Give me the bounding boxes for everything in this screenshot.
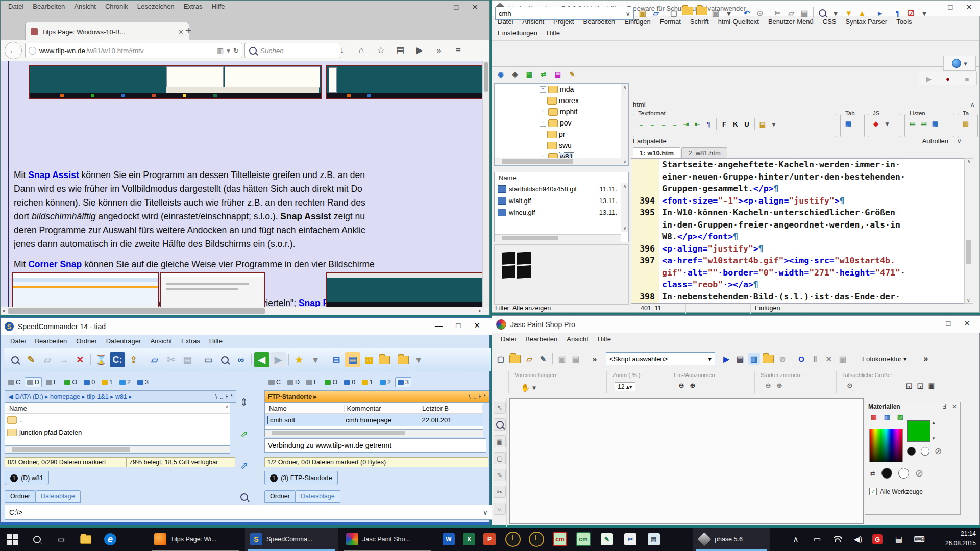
color-picker[interactable] xyxy=(869,429,903,462)
powerpoint-icon[interactable]: P xyxy=(479,528,500,551)
expand-plus-icon[interactable]: + xyxy=(540,86,546,93)
menu-phase-einstellungen[interactable]: Einstellungen xyxy=(493,28,542,38)
search-input[interactable]: Suchen xyxy=(244,43,340,58)
edge-icon[interactable]: e xyxy=(98,528,122,551)
gradient-icon[interactable]: ▥ xyxy=(882,412,892,422)
align-justify-icon[interactable]: ≡ xyxy=(670,119,680,129)
background-color-icon[interactable] xyxy=(921,447,929,456)
js-insert-icon[interactable]: ◆ xyxy=(871,118,881,129)
note-dropdown-icon[interactable]: ▾ xyxy=(769,119,779,129)
script-combo-dropdown-icon[interactable]: ▾ xyxy=(708,355,712,363)
tree-item-mphif[interactable]: +mphif xyxy=(495,106,628,117)
notes-tray-icon[interactable]: ▤ xyxy=(889,528,909,551)
cut-icon[interactable]: ✂ xyxy=(772,7,784,19)
tree-item-pr[interactable]: pr xyxy=(495,129,628,140)
menu-sc-datei[interactable]: Datei xyxy=(6,336,30,346)
menu-phase-hilfe[interactable]: Hilfe xyxy=(542,28,565,38)
outdent-icon[interactable]: ⇤ xyxy=(692,119,702,129)
template-icon[interactable]: ▨ xyxy=(961,118,971,129)
folder-tab-left[interactable]: 1 (D) w81 xyxy=(5,471,49,485)
stroke-material-icon[interactable] xyxy=(881,468,892,479)
tree-view-icon[interactable]: ⊟ xyxy=(329,352,344,367)
firefox-close-icon[interactable]: ✕ xyxy=(472,3,478,12)
sc-close-icon[interactable]: ✕ xyxy=(474,321,480,330)
psp-file-icon[interactable]: ✎ xyxy=(596,528,618,551)
console-icon[interactable]: C: xyxy=(110,352,125,367)
note-icon[interactable]: ▤ xyxy=(757,119,768,129)
firefox-tab[interactable]: Tilps Page: Windows-10-B... ✕ xyxy=(25,22,189,41)
drive-E[interactable]: E xyxy=(304,377,321,387)
import-icon[interactable]: ▱ xyxy=(523,353,535,365)
undo-icon[interactable]: ↶ xyxy=(741,7,753,19)
menu-firefox-bearbeiten[interactable]: Bearbeiten xyxy=(28,2,69,11)
keyboard-tray-icon[interactable]: ⌨ xyxy=(910,528,929,551)
bookmarks-menu-icon[interactable]: ▤ xyxy=(393,43,407,57)
code-editor[interactable]: Startseite·angeheftete·Kacheln·werden·im… xyxy=(631,158,965,304)
col-header-kommentar[interactable]: Kommentar xyxy=(345,405,420,412)
browser-preview-button[interactable]: ▾ xyxy=(943,56,976,71)
open-file-icon[interactable] xyxy=(682,7,693,15)
italic-icon[interactable]: K xyxy=(730,119,741,129)
fk-dropdown-icon[interactable]: ▾ xyxy=(903,355,907,363)
download-icon[interactable]: ↓ xyxy=(335,43,349,57)
drive-0[interactable]: 0 xyxy=(81,377,97,387)
history-icon[interactable]: ⊙ xyxy=(754,7,766,19)
drive-1[interactable]: 1 xyxy=(359,377,376,387)
menu-firefox-ansicht[interactable]: Ansicht xyxy=(69,2,101,11)
dropper-tool-icon[interactable]: ✎ xyxy=(494,469,506,481)
tree-item-swu[interactable]: swu xyxy=(495,140,628,151)
menu-sc-ordner[interactable]: Ordner xyxy=(71,336,101,346)
folder-tree[interactable]: ∧∨ +mdamorex+mphif+povprswu+w81 xyxy=(494,83,629,166)
save-icon[interactable]: ▣ xyxy=(556,353,568,365)
fc-dropdown-icon[interactable]: ▾ xyxy=(411,352,426,367)
drive-C[interactable]: C xyxy=(6,377,23,387)
snap-link[interactable]: Snap Assist xyxy=(28,170,79,180)
taskbar-button-speedcomma-[interactable]: SSpeedComma... xyxy=(245,528,338,551)
cmd-dropdown-icon[interactable]: ∨ xyxy=(483,508,488,516)
firefox-minimize-icon[interactable]: — xyxy=(433,3,440,12)
snap-link[interactable]: Corner Snap xyxy=(28,259,82,269)
menu-firefox-extras[interactable]: Extras xyxy=(179,2,207,11)
excel-icon[interactable]: X xyxy=(458,528,480,551)
word-icon[interactable]: W xyxy=(438,528,459,551)
reload-icon[interactable]: ↻ xyxy=(233,46,239,55)
clock-app2-icon[interactable] xyxy=(526,528,547,551)
drive-1[interactable]: 1 xyxy=(99,377,115,387)
paste-clip-icon[interactable]: ▤ xyxy=(180,352,195,367)
window-preview-icon[interactable]: ▣ xyxy=(636,7,649,19)
swatch-grid-icon[interactable]: ▦ xyxy=(869,412,879,422)
menu-firefox-datei[interactable]: Datei xyxy=(4,2,28,11)
url-bar[interactable]: www.tilp-wn.de/w81/w10.htm#mtv ▥ ▾ ↻ xyxy=(25,43,242,58)
favorites-icon[interactable]: ★ xyxy=(291,352,307,367)
taskbar-button-jasc-paint-sho-[interactable]: Jasc Paint Sho... xyxy=(341,528,434,551)
bottom-tab-ordner[interactable]: Ordner xyxy=(264,490,296,503)
taskbar-button-tilps-page-wi-[interactable]: Tilps Page: Wi... xyxy=(149,528,242,551)
menu-sc-extras[interactable]: Extras xyxy=(177,336,205,346)
arrow-tool-icon[interactable]: ↖ xyxy=(494,402,506,414)
cm-green-icon[interactable]: cm xyxy=(573,528,594,551)
paste-icon[interactable]: ▤ xyxy=(798,7,811,19)
zoom-out-icon[interactable]: ⊖ xyxy=(676,380,687,390)
psp-overflow-icon[interactable]: » xyxy=(923,354,928,363)
file-ops-icon[interactable]: ⌛ xyxy=(93,352,109,367)
firefox-maximize-icon[interactable]: □ xyxy=(454,3,458,12)
pilcrow-icon[interactable]: ¶ xyxy=(892,7,904,19)
expand-plus-icon[interactable]: + xyxy=(540,109,546,115)
menu-psp-ansicht[interactable]: Ansicht xyxy=(562,334,593,344)
taskbar-clock[interactable]: 21:14 26.08.2015 xyxy=(945,529,976,548)
save-dropdown-icon[interactable]: ▾ xyxy=(723,7,735,19)
stop-icon[interactable]: ■ xyxy=(962,73,972,84)
bookmark-star-icon[interactable]: ☆ xyxy=(374,43,388,57)
toggle-script-icon[interactable]: ▥ xyxy=(748,353,760,365)
project-combo[interactable]: cmh ∨ xyxy=(495,7,634,20)
search-files-icon[interactable] xyxy=(217,352,232,367)
transparent-icon[interactable]: ⊘ xyxy=(935,446,942,457)
check-icon[interactable]: ☑ xyxy=(905,7,917,19)
tree-item-morex[interactable]: morex xyxy=(495,95,628,106)
tree-item-pov[interactable]: +pov xyxy=(495,117,628,129)
file-scrollbar[interactable]: ∧∨ xyxy=(621,183,628,232)
menu-sc-ansicht[interactable]: Ansicht xyxy=(145,336,177,346)
sitemap-icon[interactable]: ⇄ xyxy=(538,69,549,79)
copy-to-panel-icon[interactable]: ⇗ xyxy=(236,426,252,441)
start-button[interactable] xyxy=(0,528,24,551)
